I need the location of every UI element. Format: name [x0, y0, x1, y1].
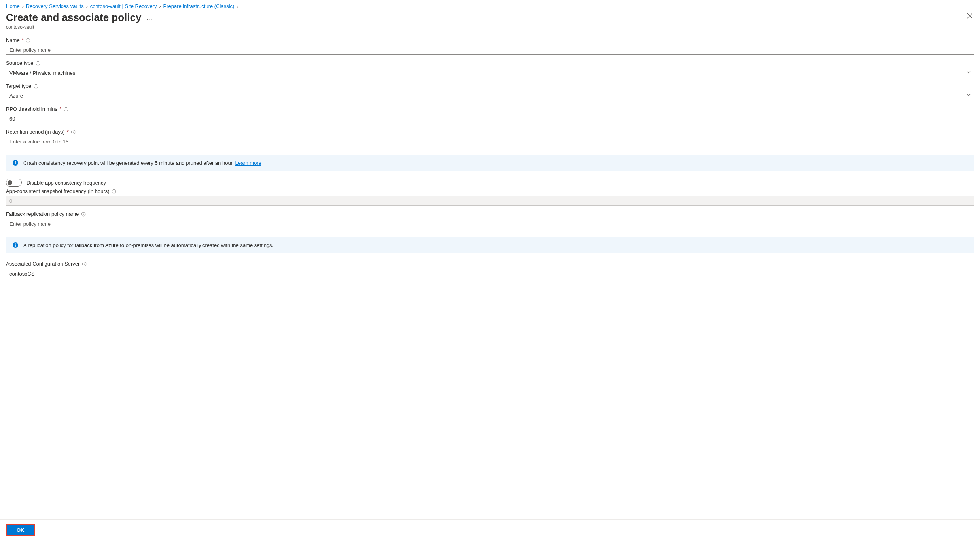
svg-point-2 [28, 39, 28, 39]
svg-point-23 [83, 213, 83, 213]
breadcrumb-vaults[interactable]: Recovery Services vaults [26, 3, 84, 9]
info-icon[interactable] [33, 83, 38, 89]
app-consistent-input [6, 196, 974, 206]
retention-label: Retention period (in days) [6, 129, 65, 135]
svg-point-11 [66, 108, 66, 108]
info-icon[interactable] [35, 60, 40, 66]
ok-highlight: OK [6, 524, 35, 536]
breadcrumb: Home › Recovery Services vaults › contos… [6, 3, 974, 11]
app-consistent-label: App-consistent snapshot frequency (in ho… [6, 188, 110, 194]
svg-rect-16 [15, 162, 16, 165]
rpo-threshold-label: RPO threshold in mins [6, 106, 57, 112]
ok-button[interactable]: OK [7, 525, 34, 535]
chevron-right-icon: › [159, 4, 161, 9]
crash-banner-text: Crash consistency recovery point will be… [23, 160, 234, 166]
chevron-right-icon: › [86, 4, 88, 9]
info-icon[interactable] [71, 129, 76, 134]
info-filled-icon [12, 242, 19, 248]
rpo-threshold-input[interactable] [6, 114, 974, 123]
source-type-select[interactable] [6, 68, 974, 77]
svg-point-26 [15, 243, 16, 244]
close-button[interactable] [965, 11, 974, 21]
learn-more-link[interactable]: Learn more [235, 160, 261, 166]
failback-banner-text: A replication policy for failback from A… [23, 242, 273, 248]
footer-bar: OK [0, 519, 980, 540]
info-icon[interactable] [112, 189, 117, 194]
toggle-label: Disable app consistency frequency [26, 180, 106, 186]
breadcrumb-home[interactable]: Home [6, 3, 20, 9]
svg-rect-7 [36, 86, 36, 87]
chevron-right-icon: › [236, 4, 238, 9]
page-subtitle: contoso-vault [6, 25, 153, 30]
retention-input[interactable] [6, 137, 974, 146]
config-server-label: Associated Configuration Server [6, 261, 79, 267]
crash-consistency-banner: Crash consistency recovery point will be… [6, 155, 974, 171]
svg-rect-28 [84, 264, 84, 265]
disable-app-consistency-toggle[interactable] [6, 179, 22, 187]
svg-rect-1 [28, 40, 28, 42]
config-server-input[interactable] [6, 269, 974, 278]
svg-point-5 [38, 62, 38, 62]
breadcrumb-site-recovery[interactable]: contoso-vault | Site Recovery [90, 3, 157, 9]
info-icon[interactable] [63, 106, 68, 111]
svg-rect-25 [15, 245, 16, 247]
required-indicator: * [59, 106, 61, 112]
name-input[interactable] [6, 45, 974, 55]
breadcrumb-prepare-infra[interactable]: Prepare infrastructure (Classic) [163, 3, 234, 9]
svg-rect-4 [38, 63, 38, 64]
failback-policy-label: Failback replication policy name [6, 211, 79, 217]
svg-point-20 [114, 190, 114, 190]
svg-rect-19 [114, 191, 114, 193]
failback-banner: A replication policy for failback from A… [6, 237, 974, 253]
required-indicator: * [22, 37, 24, 43]
svg-rect-13 [73, 132, 74, 133]
toggle-knob [8, 180, 12, 185]
svg-point-14 [73, 130, 74, 131]
page-title: Create and associate policy [6, 11, 141, 24]
required-indicator: * [67, 129, 69, 135]
target-type-label: Target type [6, 83, 31, 89]
info-icon[interactable] [81, 211, 86, 217]
chevron-right-icon: › [22, 4, 24, 9]
target-type-select[interactable] [6, 91, 974, 100]
more-actions-button[interactable]: … [146, 15, 153, 21]
close-icon [967, 13, 972, 19]
svg-point-8 [36, 85, 36, 85]
info-icon[interactable] [81, 261, 87, 266]
info-filled-icon [12, 160, 19, 166]
source-type-label: Source type [6, 60, 33, 66]
svg-rect-22 [83, 214, 83, 215]
svg-point-17 [15, 161, 16, 162]
failback-policy-input[interactable] [6, 219, 974, 228]
info-icon[interactable] [26, 38, 31, 43]
name-label: Name [6, 37, 20, 43]
svg-point-29 [84, 262, 84, 263]
svg-rect-10 [66, 109, 66, 110]
